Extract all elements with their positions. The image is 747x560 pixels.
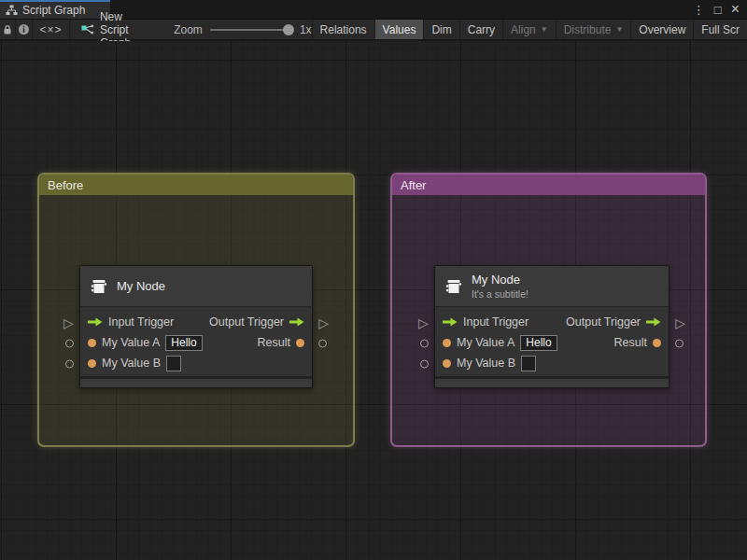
value-b-field[interactable] [166,356,181,371]
graph-icon [81,24,94,35]
input-trigger-label: Input Trigger [463,315,529,329]
output-trigger-label: Output Trigger [209,315,284,329]
zoom-control: Zoom 1x [174,20,311,39]
window-controls: ⋮ □ × [693,0,747,19]
tab-script-graph[interactable]: Script Graph [0,0,110,19]
values-toggle[interactable]: Values [374,20,424,39]
group-before-title: Before [48,178,83,192]
result-label: Result [258,336,290,349]
unit-icon [90,277,108,296]
node-before-body: Input Trigger Output Trigger [80,307,312,376]
close-icon[interactable]: × [731,2,740,17]
value-port-icon[interactable] [653,339,661,347]
node-after[interactable]: My Node It's a subtitle! Input Trigger [434,265,669,388]
node-title: My Node [117,279,165,294]
value-port-icon[interactable] [88,359,96,368]
group-before-header[interactable]: Before [39,175,353,195]
zoom-label: Zoom [174,23,203,36]
value-port-icon[interactable] [443,359,451,368]
code-icon: <×> [40,23,63,36]
port-row-value-b: My Value B [80,353,312,373]
result-label: Result [614,336,647,349]
value-b-label: My Value B [457,357,515,370]
node-before-header[interactable]: My Node [80,266,312,307]
flow-in-arrow-icon[interactable] [443,317,458,327]
node-title: My Node [472,273,529,287]
port-row-trigger: Input Trigger Output Trigger [80,312,312,332]
exterior-value-port-icon[interactable] [420,340,429,348]
value-port-icon[interactable] [88,339,96,347]
port-row-value-a: My Value A Hello Result [435,332,669,353]
flow-in-arrow-icon[interactable] [88,317,103,327]
port-row-value-b: My Value B [435,353,669,373]
toolbar-toggles: Relations Values Dim Carry Align ▼ Distr… [312,20,747,39]
graph-toolbar: <×> New Script Graph Zoom 1x Relations [0,20,747,40]
zoom-value: 1x [300,23,312,36]
exterior-flow-port-icon[interactable]: ▷ [418,316,429,329]
output-trigger-label: Output Trigger [566,315,641,329]
value-port-icon[interactable] [443,339,451,347]
group-after-header[interactable]: After [392,175,705,195]
port-row-value-a: My Value A Hello Result [80,332,312,353]
value-a-label: My Value A [457,336,514,349]
fullscreen-button[interactable]: Full Scr [693,20,747,39]
value-a-field[interactable]: Hello [165,335,202,351]
chevron-down-icon: ▼ [615,25,623,34]
carry-toggle[interactable]: Carry [459,20,502,39]
node-after-body: Input Trigger Output Trigger [435,307,669,376]
align-label: Align [511,23,536,36]
lock-icon [2,24,13,35]
tab-title: Script Graph [22,4,85,17]
dim-toggle[interactable]: Dim [423,20,458,39]
value-port-icon[interactable] [296,339,304,347]
maximize-icon[interactable]: □ [714,4,722,16]
zoom-slider[interactable] [210,29,292,31]
flow-out-arrow-icon[interactable] [289,317,304,327]
exterior-value-port-icon[interactable] [65,360,74,369]
script-graph-window: Script Graph ⋮ □ × [0,0,747,560]
exterior-value-port-icon[interactable] [420,360,429,369]
distribute-label: Distribute [564,23,612,36]
unit-icon [444,277,463,296]
graph-name[interactable]: New Script Graph [81,20,146,39]
info-button[interactable] [16,20,34,39]
chevron-down-icon: ▼ [541,25,548,34]
flow-out-arrow-icon[interactable] [646,317,661,327]
node-after-header[interactable]: My Node It's a subtitle! [435,266,669,307]
info-icon [18,23,30,35]
distribute-dropdown[interactable]: Distribute ▼ [556,20,631,39]
zoom-slider-handle[interactable] [283,24,294,35]
overview-button[interactable]: Overview [630,20,693,39]
exterior-flow-port-icon[interactable]: ▷ [675,316,685,329]
node-before[interactable]: My Node Input Trigger Output Trigger [79,265,313,388]
exterior-value-port-icon[interactable] [318,340,327,348]
relations-toggle[interactable]: Relations [312,20,374,39]
exterior-value-port-icon[interactable] [675,340,684,348]
value-a-label: My Value A [102,336,160,349]
value-b-label: My Value B [102,357,161,370]
graph-canvas[interactable]: Before After M [0,41,747,560]
node-footer [435,379,669,387]
node-subtitle: It's a subtitle! [472,288,529,301]
port-row-trigger: Input Trigger Output Trigger [435,312,669,332]
exterior-value-port-icon[interactable] [65,340,74,348]
window-menu-icon[interactable]: ⋮ [693,4,705,16]
hierarchy-icon [6,5,18,16]
input-trigger-label: Input Trigger [108,315,174,329]
value-b-field[interactable] [521,356,536,371]
lock-button[interactable] [0,20,16,39]
align-dropdown[interactable]: Align ▼ [502,20,556,39]
exterior-flow-port-icon[interactable]: ▷ [318,316,329,329]
group-after-title: After [401,178,426,192]
node-footer [80,379,312,387]
code-view-button[interactable]: <×> [33,20,70,39]
exterior-flow-port-icon[interactable]: ▷ [63,316,74,329]
value-a-field[interactable]: Hello [520,335,557,351]
